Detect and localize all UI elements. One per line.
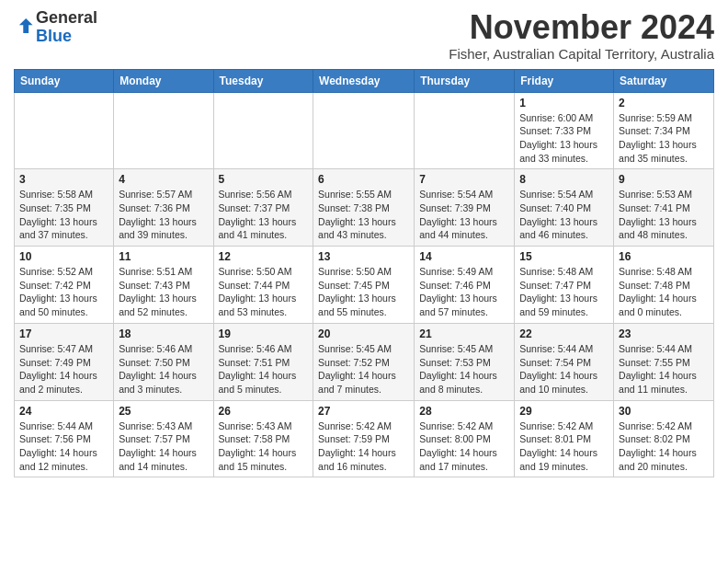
calendar-cell: 21Sunrise: 5:45 AM Sunset: 7:53 PM Dayli… bbox=[415, 323, 515, 400]
title-block: November 2024 Fisher, Australian Capital… bbox=[449, 9, 714, 62]
calendar-week: 1Sunrise: 6:00 AM Sunset: 7:33 PM Daylig… bbox=[15, 92, 714, 169]
calendar-week: 3Sunrise: 5:58 AM Sunset: 7:35 PM Daylig… bbox=[15, 169, 714, 247]
month-title: November 2024 bbox=[449, 9, 714, 46]
calendar-cell: 5Sunrise: 5:56 AM Sunset: 7:37 PM Daylig… bbox=[213, 169, 313, 247]
calendar-cell: 18Sunrise: 5:46 AM Sunset: 7:50 PM Dayli… bbox=[114, 323, 213, 400]
calendar-cell: 13Sunrise: 5:50 AM Sunset: 7:45 PM Dayli… bbox=[313, 247, 415, 324]
calendar-table: SundayMondayTuesdayWednesdayThursdayFrid… bbox=[14, 69, 714, 478]
location: Fisher, Australian Capital Territory, Au… bbox=[449, 46, 714, 62]
day-number: 1 bbox=[519, 97, 609, 109]
day-of-week-header: Monday bbox=[114, 69, 213, 92]
day-of-week-header: Saturday bbox=[614, 69, 714, 92]
day-info: Sunrise: 5:58 AM Sunset: 7:35 PM Dayligh… bbox=[19, 188, 108, 242]
day-number: 28 bbox=[419, 405, 509, 418]
day-number: 5 bbox=[219, 173, 309, 186]
day-info: Sunrise: 5:50 AM Sunset: 7:45 PM Dayligh… bbox=[318, 265, 409, 319]
day-info: Sunrise: 5:48 AM Sunset: 7:48 PM Dayligh… bbox=[619, 265, 709, 319]
day-info: Sunrise: 5:45 AM Sunset: 7:53 PM Dayligh… bbox=[419, 342, 509, 396]
day-number: 11 bbox=[119, 250, 208, 263]
day-of-week-header: Sunday bbox=[15, 69, 114, 92]
day-info: Sunrise: 5:54 AM Sunset: 7:39 PM Dayligh… bbox=[419, 188, 509, 242]
calendar-cell: 28Sunrise: 5:42 AM Sunset: 8:00 PM Dayli… bbox=[415, 400, 515, 477]
calendar-cell: 7Sunrise: 5:54 AM Sunset: 7:39 PM Daylig… bbox=[415, 169, 515, 247]
calendar-cell: 2Sunrise: 5:59 AM Sunset: 7:34 PM Daylig… bbox=[614, 92, 714, 169]
day-info: Sunrise: 5:42 AM Sunset: 8:02 PM Dayligh… bbox=[619, 419, 709, 474]
calendar-cell: 20Sunrise: 5:45 AM Sunset: 7:52 PM Dayli… bbox=[313, 323, 415, 400]
day-number: 25 bbox=[119, 405, 208, 418]
day-info: Sunrise: 5:54 AM Sunset: 7:40 PM Dayligh… bbox=[519, 188, 609, 242]
calendar-cell bbox=[415, 92, 515, 169]
calendar-cell: 25Sunrise: 5:43 AM Sunset: 7:57 PM Dayli… bbox=[114, 400, 213, 477]
calendar-cell bbox=[15, 92, 114, 169]
day-number: 7 bbox=[419, 173, 509, 186]
calendar-cell: 22Sunrise: 5:44 AM Sunset: 7:54 PM Dayli… bbox=[515, 323, 614, 400]
calendar-header: SundayMondayTuesdayWednesdayThursdayFrid… bbox=[15, 69, 714, 92]
day-info: Sunrise: 5:49 AM Sunset: 7:46 PM Dayligh… bbox=[419, 265, 509, 319]
calendar-cell: 24Sunrise: 5:44 AM Sunset: 7:56 PM Dayli… bbox=[15, 400, 114, 477]
calendar-cell: 8Sunrise: 5:54 AM Sunset: 7:40 PM Daylig… bbox=[515, 169, 614, 247]
calendar-week: 17Sunrise: 5:47 AM Sunset: 7:49 PM Dayli… bbox=[15, 323, 714, 400]
day-number: 15 bbox=[519, 250, 609, 263]
day-of-week-header: Thursday bbox=[415, 69, 515, 92]
calendar-cell bbox=[114, 92, 213, 169]
day-info: Sunrise: 5:42 AM Sunset: 8:01 PM Dayligh… bbox=[519, 419, 609, 474]
calendar-cell: 26Sunrise: 5:43 AM Sunset: 7:58 PM Dayli… bbox=[213, 400, 313, 477]
day-info: Sunrise: 5:48 AM Sunset: 7:47 PM Dayligh… bbox=[519, 265, 609, 319]
day-info: Sunrise: 5:47 AM Sunset: 7:49 PM Dayligh… bbox=[19, 342, 108, 396]
day-of-week-header: Tuesday bbox=[213, 69, 313, 92]
svg-marker-0 bbox=[19, 18, 33, 33]
day-info: Sunrise: 5:55 AM Sunset: 7:38 PM Dayligh… bbox=[318, 188, 409, 242]
calendar-week: 24Sunrise: 5:44 AM Sunset: 7:56 PM Dayli… bbox=[15, 400, 714, 477]
day-number: 14 bbox=[419, 250, 509, 263]
day-number: 9 bbox=[619, 173, 709, 186]
calendar-cell: 1Sunrise: 6:00 AM Sunset: 7:33 PM Daylig… bbox=[515, 92, 614, 169]
day-number: 23 bbox=[619, 327, 709, 340]
day-number: 12 bbox=[219, 250, 309, 263]
calendar-cell: 23Sunrise: 5:44 AM Sunset: 7:55 PM Dayli… bbox=[614, 323, 714, 400]
day-info: Sunrise: 5:46 AM Sunset: 7:51 PM Dayligh… bbox=[219, 342, 309, 396]
day-info: Sunrise: 5:43 AM Sunset: 7:57 PM Dayligh… bbox=[119, 419, 208, 474]
day-number: 3 bbox=[19, 173, 108, 186]
day-info: Sunrise: 5:51 AM Sunset: 7:43 PM Dayligh… bbox=[119, 265, 208, 319]
calendar-cell: 12Sunrise: 5:50 AM Sunset: 7:44 PM Dayli… bbox=[213, 247, 313, 324]
logo-blue: Blue bbox=[36, 27, 72, 45]
logo-icon bbox=[14, 16, 34, 36]
day-info: Sunrise: 5:45 AM Sunset: 7:52 PM Dayligh… bbox=[318, 342, 409, 396]
day-number: 17 bbox=[19, 327, 108, 340]
day-number: 19 bbox=[219, 327, 309, 340]
calendar-cell: 27Sunrise: 5:42 AM Sunset: 7:59 PM Dayli… bbox=[313, 400, 415, 477]
calendar-cell bbox=[313, 92, 415, 169]
day-info: Sunrise: 5:42 AM Sunset: 8:00 PM Dayligh… bbox=[419, 419, 509, 474]
calendar-cell: 19Sunrise: 5:46 AM Sunset: 7:51 PM Dayli… bbox=[213, 323, 313, 400]
calendar-cell: 29Sunrise: 5:42 AM Sunset: 8:01 PM Dayli… bbox=[515, 400, 614, 477]
day-number: 20 bbox=[318, 327, 409, 340]
day-number: 10 bbox=[19, 250, 108, 263]
day-info: Sunrise: 5:44 AM Sunset: 7:56 PM Dayligh… bbox=[19, 419, 108, 474]
day-info: Sunrise: 5:59 AM Sunset: 7:34 PM Dayligh… bbox=[619, 111, 709, 166]
day-number: 6 bbox=[318, 173, 409, 186]
day-info: Sunrise: 5:44 AM Sunset: 7:54 PM Dayligh… bbox=[519, 342, 609, 396]
day-of-week-header: Wednesday bbox=[313, 69, 415, 92]
day-info: Sunrise: 5:42 AM Sunset: 7:59 PM Dayligh… bbox=[318, 419, 409, 474]
day-of-week-header: Friday bbox=[515, 69, 614, 92]
calendar-cell: 16Sunrise: 5:48 AM Sunset: 7:48 PM Dayli… bbox=[614, 247, 714, 324]
day-number: 21 bbox=[419, 327, 509, 340]
day-number: 8 bbox=[519, 173, 609, 186]
day-number: 27 bbox=[318, 405, 409, 418]
logo-general: General bbox=[36, 8, 97, 27]
day-number: 30 bbox=[619, 405, 709, 418]
day-number: 16 bbox=[619, 250, 709, 263]
day-number: 18 bbox=[119, 327, 208, 340]
day-info: Sunrise: 5:43 AM Sunset: 7:58 PM Dayligh… bbox=[219, 419, 309, 474]
day-number: 29 bbox=[519, 405, 609, 418]
day-info: Sunrise: 5:44 AM Sunset: 7:55 PM Dayligh… bbox=[619, 342, 709, 396]
day-info: Sunrise: 5:53 AM Sunset: 7:41 PM Dayligh… bbox=[619, 188, 709, 242]
logo: General Blue bbox=[14, 9, 97, 46]
calendar-week: 10Sunrise: 5:52 AM Sunset: 7:42 PM Dayli… bbox=[15, 247, 714, 324]
day-info: Sunrise: 5:50 AM Sunset: 7:44 PM Dayligh… bbox=[219, 265, 309, 319]
calendar-cell: 14Sunrise: 5:49 AM Sunset: 7:46 PM Dayli… bbox=[415, 247, 515, 324]
calendar-cell: 9Sunrise: 5:53 AM Sunset: 7:41 PM Daylig… bbox=[614, 169, 714, 247]
day-info: Sunrise: 6:00 AM Sunset: 7:33 PM Dayligh… bbox=[519, 111, 609, 166]
page-header: General Blue November 2024 Fisher, Austr… bbox=[14, 9, 714, 62]
calendar-cell: 17Sunrise: 5:47 AM Sunset: 7:49 PM Dayli… bbox=[15, 323, 114, 400]
